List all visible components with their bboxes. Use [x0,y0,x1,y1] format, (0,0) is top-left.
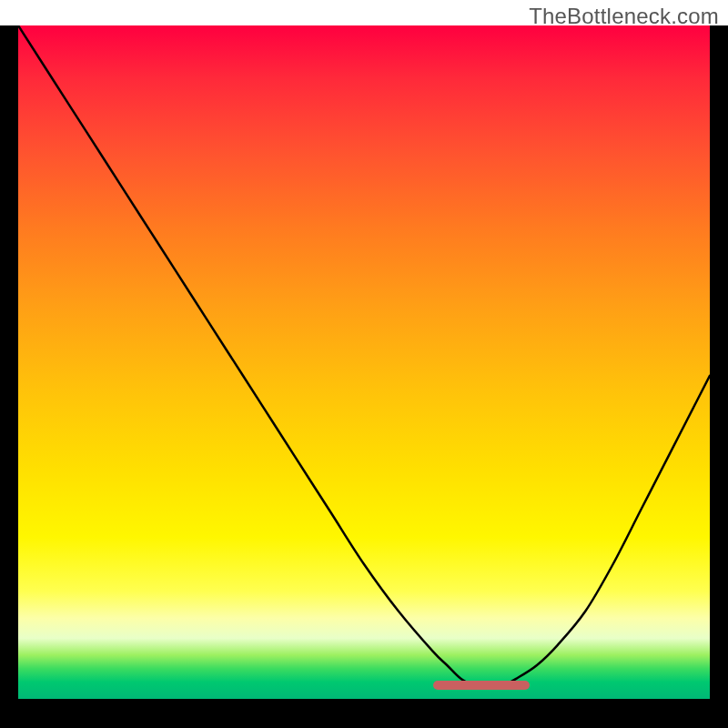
bottleneck-curve [18,25,710,699]
plot-frame-right [710,25,728,728]
watermark-text: TheBottleneck.com [529,4,719,29]
optimal-region-highlight [433,681,530,690]
plot-frame-bottom [0,699,728,728]
plot-frame-left [0,25,18,728]
